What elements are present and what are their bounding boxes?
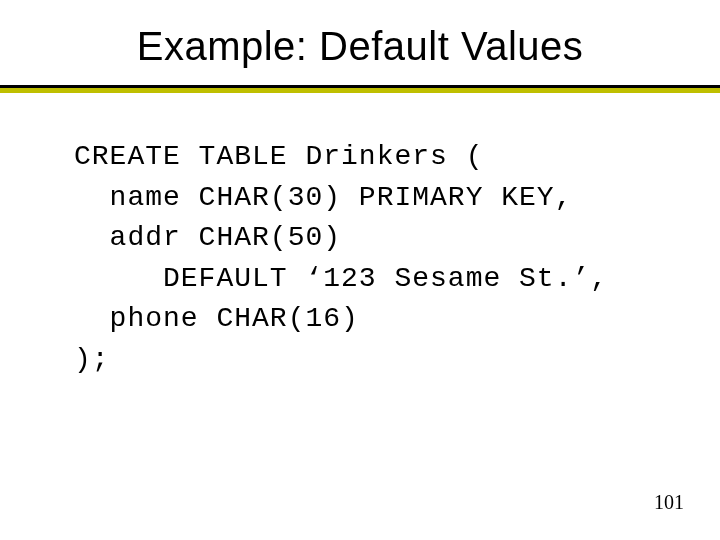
code-line-1: CREATE TABLE Drinkers ( — [74, 141, 483, 172]
page-number: 101 — [654, 491, 684, 514]
code-line-5: phone CHAR(16) — [74, 303, 359, 334]
slide: Example: Default Values CREATE TABLE Dri… — [0, 0, 720, 540]
code-line-3: addr CHAR(50) — [74, 222, 341, 253]
code-line-2: name CHAR(30) PRIMARY KEY, — [74, 182, 572, 213]
code-line-6: ); — [74, 344, 110, 375]
divider-bottom — [0, 88, 720, 93]
slide-title: Example: Default Values — [0, 0, 720, 69]
code-line-4: DEFAULT ‘123 Sesame St.’, — [74, 263, 608, 294]
code-block: CREATE TABLE Drinkers ( name CHAR(30) PR… — [0, 93, 720, 381]
divider — [0, 85, 720, 93]
